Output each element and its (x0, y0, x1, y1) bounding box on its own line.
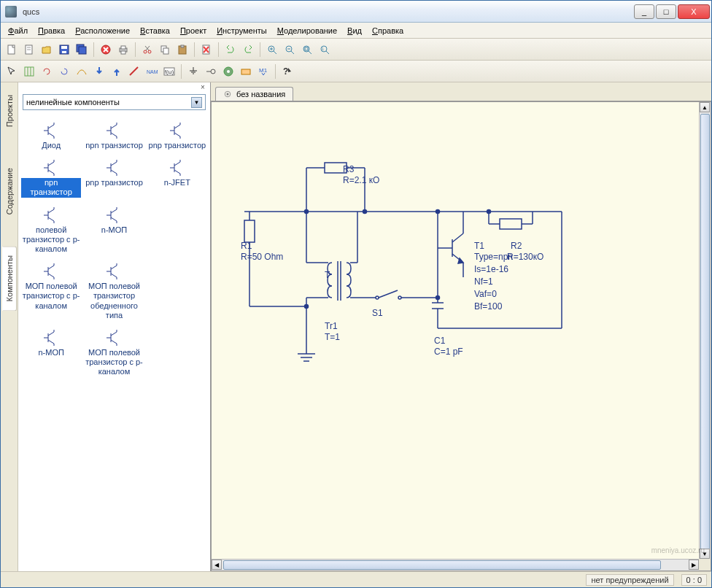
redo-button[interactable] (240, 42, 256, 58)
component-symbol (40, 206, 62, 224)
delete-button[interactable] (198, 42, 214, 58)
svg-point-181 (436, 296, 440, 300)
close-doc-button[interactable] (98, 42, 114, 58)
equation-tool[interactable]: f(ω) (161, 63, 177, 80)
component-МОП полевой транзистор обедненного типа[interactable]: МОП полевой транзистор обедненного типа (82, 258, 145, 325)
zoom-1-1-button[interactable]: 1 (317, 42, 333, 58)
zoom-fit-button[interactable] (299, 42, 315, 58)
port-tool[interactable] (203, 63, 219, 80)
svg-line-126 (111, 340, 117, 344)
svg-line-102 (111, 217, 117, 221)
scroll-right-button[interactable]: ▶ (689, 560, 699, 570)
vertical-scrollbar[interactable]: ▲ ▼ (699, 102, 711, 559)
side-tab-Компоненты[interactable]: Компоненты (2, 246, 17, 311)
schematic-label: C1 (434, 336, 445, 346)
schematic-label: R3 (343, 164, 354, 174)
menu-Правка[interactable]: Правка (34, 25, 69, 36)
save-button[interactable] (56, 42, 72, 58)
marker-button[interactable]: M1 (255, 63, 271, 80)
side-tab-Проекты[interactable]: Проекты (2, 85, 17, 136)
component-symbol (103, 122, 125, 139)
simulate-button[interactable] (220, 63, 236, 80)
menu-Вид[interactable]: Вид (343, 25, 366, 36)
name-tool[interactable]: NAME (144, 63, 160, 80)
menu-Справка[interactable]: Справка (368, 25, 408, 36)
paste-button[interactable] (174, 42, 190, 58)
component-n-МОП[interactable]: n-МОП (20, 325, 82, 382)
schematic-label: T=1 (325, 332, 340, 342)
minimize-button[interactable]: _ (634, 4, 654, 19)
zoom-in-button[interactable] (264, 42, 280, 58)
component-pnp транзистор[interactable]: pnp транзистор (82, 155, 145, 201)
window-buttons: _ □ X (634, 4, 710, 19)
component-label: МОП полевой транзистор обедненного типа (84, 282, 144, 320)
schematic-label: R=130кО (507, 252, 543, 262)
horizontal-scrollbar[interactable]: ◀ ▶ (212, 559, 699, 570)
select-tool[interactable] (4, 63, 20, 80)
menu-Проект[interactable]: Проект (176, 25, 211, 36)
scrollbar-thumb[interactable] (700, 114, 710, 571)
side-tab-Содержание[interactable]: Содержание (2, 158, 17, 224)
app-window: qucs _ □ X ФайлПравкаРасположениеВставка… (0, 0, 712, 588)
grid-tool[interactable] (21, 63, 37, 80)
rotate-tool[interactable] (39, 63, 55, 80)
component-npn транзистор[interactable]: npn транзистор (20, 155, 82, 201)
component-label: npn транзистор (85, 141, 143, 150)
schematic-label: T1 (474, 241, 484, 251)
document-tab[interactable]: без названия (215, 87, 293, 101)
component-category-combo[interactable]: нелинейные компоненты ▼ (23, 94, 206, 110)
scrollbar-thumb[interactable] (223, 560, 661, 570)
component-panel: × нелинейные компоненты ▼ Диодnpn транзи… (18, 82, 211, 571)
new-file-button[interactable] (4, 42, 20, 58)
dcbias-button[interactable] (238, 63, 254, 80)
wire-tool[interactable] (126, 63, 142, 80)
undo-button[interactable] (222, 42, 239, 58)
component-МОП полевой транзистор с p-каналом[interactable]: МОП полевой транзистор с p-каналом (20, 258, 82, 325)
place-down-tool[interactable] (91, 63, 107, 80)
svg-line-107 (48, 266, 54, 269)
menu-Моделирование[interactable]: Моделирование (273, 25, 341, 36)
schematic-label: Nf=1 (474, 276, 493, 287)
copy-button[interactable] (157, 42, 173, 58)
canvas[interactable]: R3R=2.1 кОR1R=50 OhmTTr1T=1S1C1C=1 pFT1R… (211, 101, 711, 571)
close-button[interactable]: X (678, 4, 710, 19)
help-tool[interactable]: ? (279, 63, 295, 80)
window-title: qucs (23, 7, 628, 16)
component-n-МОП[interactable]: n-МОП (82, 202, 145, 259)
component-n-JFET[interactable]: n-JFET (146, 155, 209, 201)
maximize-button[interactable]: □ (656, 4, 676, 19)
scroll-up-button[interactable]: ▲ (700, 102, 710, 112)
svg-line-71 (174, 125, 180, 128)
cut-button[interactable] (139, 42, 155, 58)
print-button[interactable] (115, 42, 131, 58)
zoom-out-button[interactable] (282, 42, 298, 58)
component-Диод[interactable]: Диод (20, 117, 82, 155)
component-pnp транзистор[interactable]: pnp транзистор (146, 117, 209, 155)
mirror-x-tool[interactable] (56, 63, 72, 80)
panel-close-icon[interactable]: × (198, 84, 207, 93)
menu-Инструменты[interactable]: Инструменты (212, 25, 271, 36)
component-empty (146, 202, 209, 259)
menu-Файл[interactable]: Файл (4, 25, 32, 36)
scroll-left-button[interactable]: ◀ (212, 560, 222, 570)
watermark: mneniya.ucoz.ru (651, 546, 705, 554)
svg-line-59 (48, 125, 54, 128)
new-doc-button[interactable] (21, 42, 37, 58)
component-МОП полевой транзистор с p-каналом[interactable]: МОП полевой транзистор с p-каналом (82, 325, 145, 382)
editor-area: без названия (211, 82, 711, 571)
save-all-button[interactable] (74, 42, 90, 58)
separator (218, 42, 219, 57)
svg-line-120 (48, 340, 54, 344)
ground-tool[interactable] (185, 63, 201, 80)
menu-Вставка[interactable]: Вставка (136, 25, 174, 36)
mirror-y-tool[interactable] (74, 63, 90, 80)
component-npn транзистор[interactable]: npn транзистор (82, 117, 145, 155)
menu-Расположение[interactable]: Расположение (71, 25, 134, 36)
schematic-label: R=2.1 кО (343, 175, 379, 185)
component-empty (82, 381, 145, 390)
component-label: pnp транзистор (149, 141, 206, 150)
svg-line-34 (309, 51, 312, 54)
place-up-tool[interactable] (109, 63, 125, 80)
open-button[interactable] (39, 42, 55, 58)
component-полевой транзистор с p-каналом[interactable]: полевой транзистор с p-каналом (20, 202, 82, 259)
